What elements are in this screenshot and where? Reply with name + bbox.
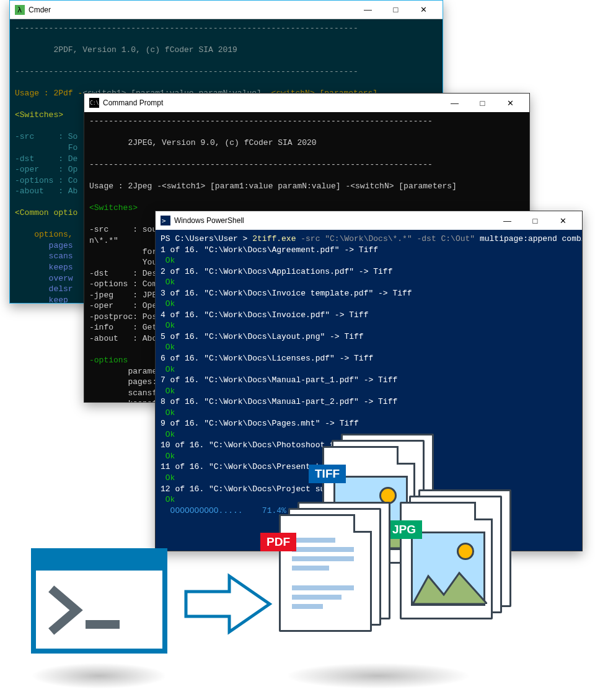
pdf-badge: PDF (260, 533, 296, 551)
maximize-button[interactable]: □ (469, 94, 496, 112)
svg-text:>: > (162, 217, 166, 225)
shadow (285, 663, 471, 689)
ps-prompt: PS C:\Users\User > 2tiff.exe -src "C:\Wo… (161, 234, 582, 243)
cmder-title: Cmder (29, 6, 51, 14)
ps-title: Windows PowerShell (174, 216, 244, 225)
svg-text:λ: λ (17, 6, 22, 14)
ps-titlebar[interactable]: > Windows PowerShell ― □ ✕ (156, 211, 582, 230)
powershell-icon: > (161, 216, 170, 225)
cmd-title: Command Prompt (103, 98, 163, 107)
maximize-button[interactable]: □ (382, 1, 410, 19)
cmd-titlebar[interactable]: C:\ Command Prompt ― □ ✕ (84, 94, 529, 112)
minimize-button[interactable]: ― (493, 211, 521, 230)
cmder-icon: λ (15, 5, 25, 15)
close-button[interactable]: ✕ (410, 1, 438, 19)
svg-marker-8 (413, 573, 487, 604)
jpg-badge: JPG (386, 520, 422, 539)
close-button[interactable]: ✕ (549, 211, 577, 230)
ps-progress: OOOOOOOOOO..... 71.4% (161, 506, 286, 515)
usage-line: Usage : 2Pdf - (15, 89, 82, 98)
conversion-diagram: TIFF JPG (19, 539, 576, 688)
switches-header: <Switches> (15, 110, 63, 120)
shadow (31, 663, 167, 689)
arrow-icon (180, 570, 273, 638)
cmder-banner: 2PDF, Version 1.0, (c) fCoder SIA 2019 (53, 45, 237, 55)
cmd-switches-header: <Switches> (89, 203, 138, 212)
cmd-banner: 2JPEG, Version 9.0, (c) fCoder SIA 2020 (128, 138, 316, 147)
cmd-icon: C:\ (89, 98, 99, 108)
svg-rect-6 (86, 620, 120, 629)
minimize-button[interactable]: ― (441, 94, 469, 112)
maximize-button[interactable]: □ (521, 211, 549, 230)
minimize-button[interactable]: ― (354, 1, 382, 19)
tiff-badge: TIFF (309, 465, 346, 483)
terminal-icon (31, 548, 167, 654)
cmd-options-header: -options (89, 356, 128, 365)
cmd-usage: Usage : 2Jpeg -<switch1> [param1:value p… (89, 182, 457, 191)
close-button[interactable]: ✕ (496, 94, 524, 112)
cmder-titlebar[interactable]: λ Cmder ― □ ✕ (10, 1, 443, 19)
svg-text:C:\: C:\ (90, 100, 99, 106)
common-options-header: <Common optio (15, 208, 77, 217)
